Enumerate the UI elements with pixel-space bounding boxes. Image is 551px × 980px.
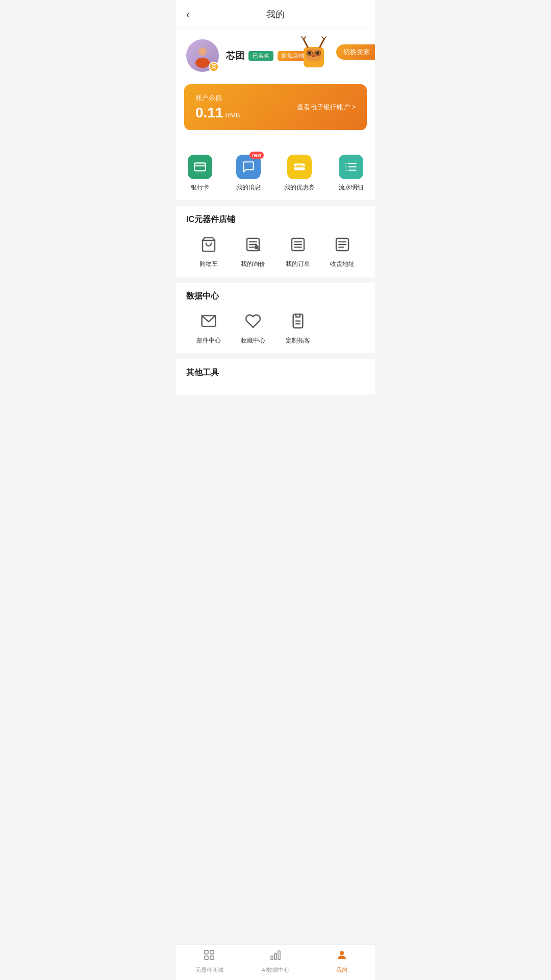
other-tools-section: 其他工具 [176,359,375,395]
nav-item-mall[interactable]: 元器件商城 [176,949,242,974]
custom-icon [287,310,309,332]
avatar-badge: 买 [209,62,219,72]
profile-name: 芯团 [226,50,244,62]
inquiry-icon [242,233,264,256]
data-center-section: 数据中心 邮件中心 收藏中心 [176,283,375,353]
ic-store-grid: 购物车 我的询价 [186,233,365,268]
svg-rect-52 [278,951,280,960]
bank-card-icon [193,160,207,174]
svg-point-0 [198,47,207,56]
coupon-icon-wrap [287,155,312,179]
message-icon-wrap: new [236,155,261,179]
svg-point-4 [308,52,311,55]
nav-item-mine[interactable]: 我的 [309,949,375,974]
svg-rect-49 [210,956,214,960]
svg-rect-16 [194,163,206,170]
mine-icon [336,949,348,964]
section-item-mail[interactable]: 邮件中心 [186,310,231,345]
back-button[interactable]: ‹ [186,9,190,20]
mail-icon [197,310,220,332]
nav-label-mall: 元器件商城 [195,966,223,974]
switch-seller-button[interactable]: 切换卖家 [336,44,375,60]
flow-detail-icon-wrap [339,155,363,179]
quick-label-bank-card: 银行卡 [191,183,209,192]
quick-menu: 银行卡 new 我的消息 [176,146,375,200]
ai-data-icon [269,949,282,964]
other-tools-title: 其他工具 [186,368,365,378]
favorites-icon [242,310,264,332]
svg-rect-47 [210,950,214,954]
header: ‹ 我的 [176,0,375,29]
mascot [298,34,329,72]
address-icon [331,233,354,256]
favorites-svg [245,313,261,329]
svg-rect-3 [306,48,321,61]
svg-point-9 [312,55,315,57]
mine-svg [336,949,348,961]
quick-label-flow-detail: 流水明细 [339,183,363,192]
ic-store-section: IC元器件店铺 购物车 [176,206,375,277]
data-center-grid: 邮件中心 收藏中心 [186,310,365,345]
nav-item-ai-data[interactable]: AI数据中心 [242,949,309,974]
balance-amount: 0.11RMB [195,105,240,121]
flow-detail-icon [344,160,358,174]
section-label-order: 我的订单 [286,260,310,268]
profile-section: 买 芯团 已实名 旗舰店铺 [176,29,375,84]
custom-svg [290,313,306,329]
page-title: 我的 [266,8,285,20]
balance-label: 账户余额 [195,93,240,103]
avatar[interactable]: 买 [186,39,219,72]
address-svg [334,236,350,253]
section-item-cart[interactable]: 购物车 [186,233,231,268]
bank-link[interactable]: 查看电子银行账户 > [297,103,356,112]
ic-store-title: IC元器件店铺 [186,214,365,225]
svg-rect-46 [205,950,208,954]
order-icon [287,233,309,256]
svg-line-13 [320,39,324,47]
section-item-address[interactable]: 收货地址 [320,233,365,268]
section-item-inquiry[interactable]: 我的询价 [231,233,276,268]
svg-rect-50 [271,956,273,960]
svg-rect-51 [274,953,277,960]
mall-icon [203,949,215,964]
balance-left: 账户余额 0.11RMB [195,93,240,121]
section-item-empty [320,310,365,345]
inquiry-svg [245,236,261,253]
section-label-inquiry: 我的询价 [241,260,265,268]
section-label-cart: 购物车 [199,260,218,268]
quick-item-flow-detail[interactable]: 流水明细 [339,155,363,192]
nav-label-mine: 我的 [336,966,347,974]
order-svg [290,236,306,253]
new-badge: new [249,152,264,159]
section-label-mail: 邮件中心 [196,336,221,345]
mascot-svg [298,34,329,70]
svg-point-5 [316,52,319,55]
quick-menu-grid: 银行卡 new 我的消息 [176,155,375,192]
bottom-nav: 元器件商城 AI数据中心 我的 [176,944,375,980]
ai-data-svg [269,949,282,961]
balance-currency: RMB [226,111,240,119]
bank-card-icon-wrap [188,155,212,179]
section-item-order[interactable]: 我的订单 [276,233,320,268]
message-icon [242,160,255,174]
quick-label-coupon: 我的优惠券 [284,183,315,192]
quick-label-my-message: 我的消息 [236,183,261,192]
svg-rect-48 [205,956,208,960]
quick-item-bank-card[interactable]: 银行卡 [188,155,212,192]
section-label-custom: 定制拓客 [286,336,310,345]
svg-point-53 [340,951,344,955]
verified-tag: 已实名 [248,51,273,61]
mall-svg [203,949,215,961]
quick-item-coupon[interactable]: 我的优惠券 [284,155,315,192]
cart-svg [201,236,217,253]
section-item-favorites[interactable]: 收藏中心 [231,310,276,345]
mail-svg [201,313,217,329]
cart-icon [197,233,220,256]
section-label-address: 收货地址 [330,260,355,268]
svg-line-10 [304,39,308,47]
section-label-favorites: 收藏中心 [241,336,265,345]
quick-item-my-message[interactable]: new 我的消息 [236,155,261,192]
coupon-icon [293,160,306,174]
svg-line-12 [304,37,306,39]
section-item-custom[interactable]: 定制拓客 [276,310,320,345]
